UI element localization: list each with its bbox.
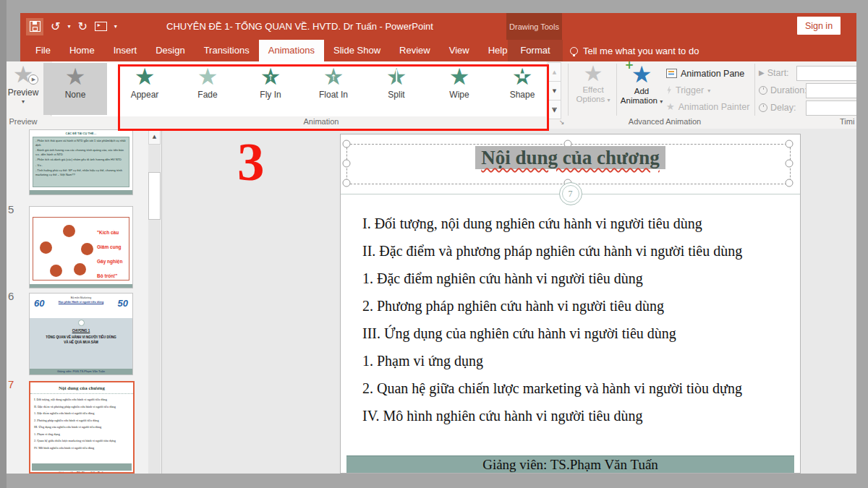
thumb7-title: Nội dung của chương xyxy=(30,385,133,394)
timing-delay-row: Delay: xyxy=(759,101,796,114)
selection-handle[interactable] xyxy=(786,179,793,187)
effect-options-star-icon: ★ xyxy=(584,63,603,85)
animation-effect-split[interactable]: ★ Split xyxy=(366,63,427,115)
animation-effect-wipe[interactable]: ★ Wipe xyxy=(429,63,490,115)
group-separator xyxy=(616,64,617,116)
thumb4-content: - Phân tích thói quen và hành vi NTD gắn… xyxy=(33,137,129,187)
slide-7-number: 7 xyxy=(8,378,25,390)
thumb5-footer-bar xyxy=(30,284,132,288)
preview-star-icon: ★▶ xyxy=(13,63,34,86)
tab-transitions[interactable]: Transitions xyxy=(195,40,259,61)
scrollbar-thumb[interactable] xyxy=(148,172,161,220)
group-separator xyxy=(568,64,569,116)
thumb4-title: CÁC ĐỀ TÀI CỤ THỂ… xyxy=(30,132,132,135)
effect-options-button[interactable]: ★ Effect Options ▾ xyxy=(570,63,616,105)
tell-me-box[interactable]: Tell me what you want to do xyxy=(570,40,699,61)
thumbnail-slide-7[interactable]: Nội dung của chương I. Đối tượng, nội du… xyxy=(29,381,135,474)
slide-6-number: 6 xyxy=(8,290,25,302)
tab-view[interactable]: View xyxy=(440,40,479,61)
selection-handle[interactable] xyxy=(343,179,351,187)
trigger-button[interactable]: Trigger ▾ xyxy=(666,84,710,96)
thumb5-cycle-node xyxy=(74,263,86,275)
thumb6-header: 60 50 Bộ môn Marketing Học phần Hành vi … xyxy=(30,294,132,318)
undo-dropdown-icon[interactable]: ▾ xyxy=(67,23,70,30)
animation-painter-icon: ★ xyxy=(666,101,675,112)
group-separator xyxy=(754,64,755,116)
slide-5-number: 5 xyxy=(8,203,25,215)
thumbnail-slide-5[interactable]: "Kích cầu Giảm cung Gây nghiện Bỏ trốn!" xyxy=(29,206,133,288)
play-icon: ▶ xyxy=(28,74,38,85)
slide-body-text[interactable]: I. Đối tượng, nội dung nghiên cứu hành v… xyxy=(362,210,793,429)
thumb6-title-block: CHƯƠNG 1 TỔNG QUAN VỀ HÀNH VI NGƯỜI TIÊU… xyxy=(30,318,132,369)
gallery-more-button[interactable]: ▼ xyxy=(548,100,561,119)
preview-dropdown-icon: ▾ xyxy=(22,98,25,105)
animation-pane-button[interactable]: Animation Pane xyxy=(666,67,744,80)
drawing-tools-contextual-label: Drawing Tools xyxy=(506,13,562,40)
delay-input[interactable] xyxy=(806,100,856,116)
slide-canvas[interactable]: Nội dung của chương 7 I. Đối tượng, nội … xyxy=(340,134,801,474)
start-input[interactable] xyxy=(796,66,856,81)
sign-in-button[interactable]: Sign in xyxy=(797,17,841,35)
none-star-icon: ★ xyxy=(65,65,86,88)
animation-effect-appear[interactable]: ★ Appear xyxy=(114,63,175,115)
fly-in-star-icon: ★↑ xyxy=(260,65,281,88)
animation-painter-button[interactable]: ★ Animation Painter xyxy=(666,100,749,113)
float-in-star-icon: ★↑ xyxy=(323,65,344,88)
plus-icon: + xyxy=(625,61,634,71)
animation-effect-fly-in[interactable]: ★↑ Fly In xyxy=(240,63,301,115)
shape-star-icon: ★ xyxy=(512,65,533,88)
quick-access-toolbar: ↺ ▾ ↻ ▾ xyxy=(26,13,117,40)
gallery-scroll-up-button[interactable]: ▲ xyxy=(548,62,561,82)
animation-effect-none[interactable]: ★ None xyxy=(43,63,107,115)
duration-input[interactable] xyxy=(806,83,856,98)
undo-button[interactable]: ↺ xyxy=(51,18,60,35)
redo-button[interactable]: ↻ xyxy=(77,18,87,35)
tab-design[interactable]: Design xyxy=(146,40,194,61)
qat-customize-icon[interactable]: ▾ xyxy=(114,23,117,30)
scrollbar-up-icon[interactable]: ▲ xyxy=(148,129,161,145)
outline-line: 1. Đặc điểm nghiên cứu hành vi người tiê… xyxy=(362,265,793,292)
appear-star-icon: ★ xyxy=(135,65,156,88)
thumb4-footer-bar xyxy=(30,190,132,194)
tell-me-label: Tell me what you want to do xyxy=(583,46,699,56)
save-button[interactable] xyxy=(26,18,43,35)
outline-line: II. Đặc điểm và phương pháp nghiên cứu h… xyxy=(362,237,793,265)
slide-footer-bar[interactable]: Giảng viên: TS.Phạm Văn Tuấn xyxy=(346,455,794,473)
slide-thumbnail-panel: CÁC ĐỀ TÀI CỤ THỂ… - Phân tích thói quen… xyxy=(7,129,162,474)
tab-animations[interactable]: Animations xyxy=(259,40,324,61)
thumbnail-panel-scrollbar[interactable]: ▲ xyxy=(148,129,161,474)
annotation-step-number: 3 xyxy=(237,134,265,189)
tab-review[interactable]: Review xyxy=(390,40,440,61)
thumbnail-slide-4[interactable]: CÁC ĐỀ TÀI CỤ THỂ… - Phân tích thói quen… xyxy=(29,129,133,195)
outline-line: III. Ứng dụng của nghiên cứu hành vi ngư… xyxy=(362,320,793,347)
start-slideshow-button[interactable] xyxy=(95,22,107,31)
outline-line: 1. Phạm vi ứng dụng xyxy=(362,347,793,374)
thumb7-footer-bar: Giảng viên: TS.Phạm Văn Tuấn xyxy=(32,463,132,471)
animation-pane-icon xyxy=(666,69,677,78)
preview-button[interactable]: ★▶ Preview ▾ xyxy=(7,63,46,105)
tab-home[interactable]: Home xyxy=(60,40,104,61)
wipe-star-icon: ★ xyxy=(449,65,470,88)
tab-file[interactable]: File xyxy=(26,40,60,61)
slide-title[interactable]: Nội dung của chương xyxy=(341,147,800,169)
tab-slide-show[interactable]: Slide Show xyxy=(324,40,390,61)
animation-effect-fade[interactable]: ★ Fade xyxy=(177,63,238,115)
preview-button-label: Preview xyxy=(8,87,39,98)
add-animation-button[interactable]: ★+ Add Animation ▾ xyxy=(618,63,665,106)
outline-line: 2. Quan hệ giữa chiến lược marketing và … xyxy=(362,374,793,402)
animation-dialog-launcher-icon[interactable]: ↘ xyxy=(559,119,565,126)
fade-star-icon: ★ xyxy=(197,65,218,88)
outline-line: I. Đối tượng, nội dung nghiên cứu hành v… xyxy=(362,210,793,237)
save-icon xyxy=(30,21,41,32)
animation-effect-float-in[interactable]: ★↑ Float In xyxy=(303,63,364,115)
page-number: 7 xyxy=(562,185,579,202)
timing-duration-row: Duration: xyxy=(759,84,807,96)
tab-format[interactable]: Format xyxy=(508,40,563,61)
thumbnail-slide-6[interactable]: 60 50 Bộ môn Marketing Học phần Hành vi … xyxy=(29,293,133,375)
tab-insert[interactable]: Insert xyxy=(104,40,147,61)
lightbulb-icon xyxy=(570,47,578,55)
gallery-scroll-down-button[interactable]: ▼ xyxy=(548,81,561,100)
animation-effect-shape[interactable]: ★ Shape xyxy=(492,63,553,115)
window-title: CHUYÊN ĐỀ 1- TỔNG QUAN VỀ. HVTD. Dr Tuấn… xyxy=(166,13,433,40)
trigger-lightning-icon xyxy=(666,86,672,95)
